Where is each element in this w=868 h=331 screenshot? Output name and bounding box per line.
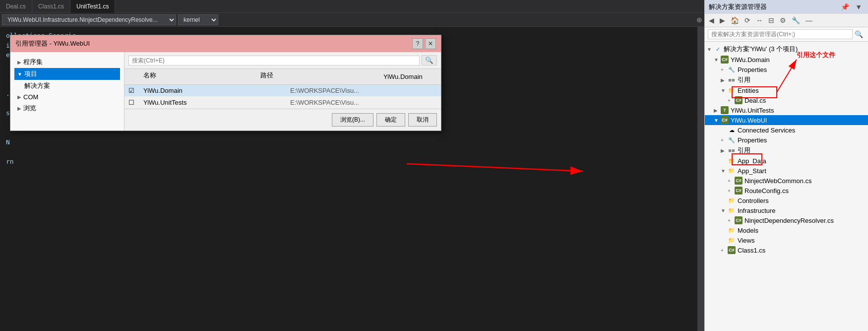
se-search-input[interactable] — [708, 29, 853, 39]
col-path-header: 路径 — [260, 71, 377, 82]
se-collapse-button[interactable]: ⊟ — [766, 15, 776, 25]
editor-toolbar: YiWu.WebUI.Infrastructure.NinjectDepende… — [0, 13, 704, 27]
se-back-button[interactable]: ◀ — [707, 15, 716, 25]
navigation-dropdown-1[interactable]: YiWu.WebUI.Infrastructure.NinjectDepende… — [2, 14, 176, 25]
dialog-search-input[interactable] — [128, 56, 420, 66]
dialog-search-button[interactable]: 🔍 — [422, 55, 437, 66]
se-pin-button[interactable]: 📌 — [839, 2, 851, 12]
tab-deal[interactable]: Deal.cs — [0, 0, 32, 13]
tab-unittest1[interactable]: UnitTest1.cs — [70, 0, 115, 13]
se-home-button[interactable]: 🏠 — [729, 15, 741, 25]
se-close-button[interactable]: ▼ — [853, 2, 864, 12]
rc-label: RouteConfig.cs — [744, 187, 789, 195]
dialog-content-panel: 🔍 名称 路径 YiWu.Domain ☑ YiWu.Domain — [124, 52, 441, 131]
se-item-connected[interactable]: ☁ Connected Services — [705, 125, 868, 135]
se-item-appdata[interactable]: 📁 App_Data — [705, 156, 868, 166]
ok-button[interactable]: 确定 — [376, 113, 405, 127]
dialog-titlebar: 引用管理器 - YiWu.WebUI ? ✕ — [10, 35, 441, 52]
wr-label: 引用 — [738, 146, 750, 155]
mod-icon: 📁 — [728, 226, 736, 234]
deal-label: Deal.cs — [744, 97, 766, 104]
table-row[interactable]: ☐ YiWu.UnitTests E:\WORKSPACE\Visu... — [124, 97, 441, 109]
row-1-checkbox[interactable]: ☑ — [128, 87, 143, 94]
tree-item-assemblies[interactable]: ▶ 程序集 — [14, 56, 120, 68]
tree-item-browse[interactable]: ▶ 浏览 — [14, 102, 120, 114]
webui-expand-icon: ▼ — [714, 118, 721, 123]
dialog-body: ▶ 程序集 ▼ 项目 解决方案 ▶ COM ▶ — [10, 52, 441, 131]
dialog-controls: ? ✕ — [412, 38, 436, 49]
se-item-ninject-web[interactable]: + C# NinjectWebCommon.cs — [705, 176, 868, 186]
row-2-checkbox[interactable]: ☐ — [128, 99, 143, 106]
c1-expand-icon: + — [721, 248, 728, 253]
table-row[interactable]: ☑ YiWu.Domain E:\WORKSPACE\Visu... — [124, 85, 441, 97]
assemblies-label: 程序集 — [23, 58, 43, 66]
navigation-dropdown-2[interactable]: kernel — [178, 14, 218, 25]
dialog-help-button[interactable]: ? — [412, 38, 423, 49]
se-item-infrastructure[interactable]: ▼ 📁 Infrastructure — [705, 205, 868, 215]
se-forward-button[interactable]: ▶ — [718, 15, 727, 25]
ut-expand-icon: ▶ — [714, 108, 721, 113]
se-item-webui-refs[interactable]: ▶ ■■ 引用 — [705, 145, 868, 156]
solution-icon: ✓ — [714, 45, 722, 53]
project-expand-icon: ▼ — [17, 71, 22, 77]
conn-icon: ☁ — [728, 126, 736, 134]
se-item-ninject-dep[interactable]: + C# NinjectDependencyResolver.cs — [705, 215, 868, 225]
browse-button[interactable]: 浏览(B)... — [332, 113, 373, 127]
row-2-path: E:\WORKSPACE\Visu... — [290, 99, 437, 106]
ctrl-label: Controllers — [738, 197, 769, 204]
se-item-domain-refs[interactable]: ▶ ■■ 引用 — [705, 74, 868, 85]
wr-expand-icon: ▶ — [721, 148, 728, 153]
dr-label: 引用 — [738, 75, 750, 84]
se-search-button[interactable]: 🔍 — [853, 29, 865, 39]
cancel-button[interactable]: 取消 — [408, 113, 437, 127]
se-toolbar: ◀ ▶ 🏠 ⟳ ↔ ⊟ ⚙ 🔧 — — [705, 14, 868, 27]
c1-icon: C# — [728, 246, 736, 254]
se-item-route-config[interactable]: + C# RouteConfig.cs — [705, 186, 868, 196]
dr-icon: ■■ — [728, 76, 736, 84]
pin-icon: ⊕ — [696, 16, 702, 24]
wp-label: Properties — [738, 136, 767, 144]
se-item-webui[interactable]: ▼ C# YiWu.WebUI — [705, 115, 868, 125]
se-settings-button[interactable]: ⚙ — [778, 15, 788, 25]
se-tools-button[interactable]: 🔧 — [790, 15, 802, 25]
se-item-domain[interactable]: ▼ C# YiWu.Domain — [705, 55, 868, 65]
editor-area: Deal.cs Class1.cs UnitTest1.cs YiWu.WebU… — [0, 0, 704, 331]
se-item-solution[interactable]: ▼ ✓ 解决方案'YiWu' (3 个项目) — [705, 44, 868, 55]
rc-expand-icon: + — [728, 188, 735, 194]
se-item-unittests[interactable]: ▶ T YiWu.UnitTests — [705, 105, 868, 115]
inf-icon: 📁 — [728, 206, 736, 214]
se-item-domain-properties[interactable]: + 🔧 Properties — [705, 65, 868, 74]
se-pin2-button[interactable]: — — [804, 15, 814, 25]
tree-item-solution[interactable]: 解决方案 — [14, 80, 120, 92]
deal-icon: C# — [735, 96, 743, 104]
ut-label: YiWu.UnitTests — [731, 107, 774, 114]
domain-expand-icon: ▼ — [714, 57, 721, 63]
se-item-webui-props[interactable]: + 🔧 Properties — [705, 135, 868, 145]
se-item-views[interactable]: 📁 Views — [705, 235, 868, 245]
mod-label: Models — [738, 227, 758, 234]
se-item-appstart[interactable]: ▼ 📁 App_Start — [705, 166, 868, 176]
nw-expand-icon: + — [728, 178, 735, 184]
tab-class1[interactable]: Class1.cs — [32, 0, 70, 13]
views-label: Views — [738, 237, 754, 244]
tree-item-com[interactable]: ▶ COM — [14, 92, 120, 102]
se-item-controllers[interactable]: 📁 Controllers — [705, 196, 868, 205]
nd-icon: C# — [735, 216, 743, 224]
se-refresh-button[interactable]: ⟳ — [743, 15, 752, 25]
c1-label: Class1.cs — [738, 247, 765, 254]
assemblies-expand-icon: ▶ — [17, 60, 21, 65]
se-title: 解决方案资源管理器 — [709, 2, 767, 11]
dialog-close-button[interactable]: ✕ — [425, 38, 436, 49]
se-item-class1[interactable]: + C# Class1.cs — [705, 245, 868, 255]
editor-scrollbar[interactable] — [697, 27, 704, 331]
se-item-entities[interactable]: ▼ 📁 Entities — [705, 85, 868, 95]
col-check-header — [128, 71, 143, 82]
tree-item-project[interactable]: ▼ 项目 — [14, 68, 120, 80]
se-item-models[interactable]: 📁 Models — [705, 225, 868, 235]
deal-expand-icon: + — [728, 98, 735, 103]
reference-manager-dialog[interactable]: 引用管理器 - YiWu.WebUI ? ✕ ▶ 程序集 ▼ 项目 — [10, 35, 441, 131]
dialog-search-bar: 🔍 — [124, 52, 441, 69]
se-sync-button[interactable]: ↔ — [754, 15, 765, 25]
se-item-deal[interactable]: + C# Deal.cs — [705, 95, 868, 105]
solution-expand-icon: ▼ — [707, 47, 714, 52]
